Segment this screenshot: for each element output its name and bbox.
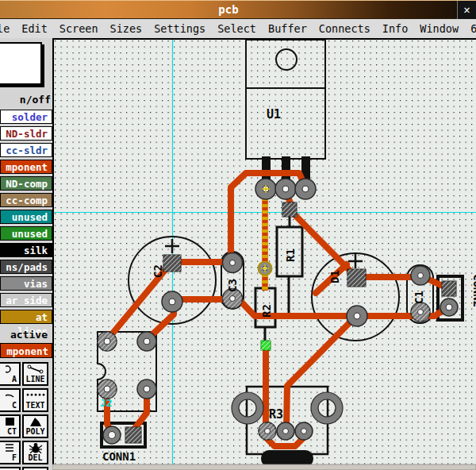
rect-icon [6,416,17,427]
title-bar: pcb ✕ [0,0,476,19]
refdes-r3: R3 [269,407,283,422]
via [259,262,272,275]
layer-button-solder[interactable]: solder [0,110,52,124]
tool-text-button[interactable]: TEXT [22,388,48,412]
arc-icon [6,390,17,401]
bug-icon [29,442,43,453]
menu-screen[interactable]: Screen [60,22,98,35]
tool-rot-button[interactable] [0,467,21,470]
layer-button-component[interactable]: mponent [0,160,52,174]
connected-found-pad [261,341,271,350]
tool-poly-button[interactable]: POLY [22,414,48,438]
refdes-c1: C1 [413,291,425,304]
layer-buttons: solder ND-sldr cc-sldr mponent ND-comp c… [0,110,52,326]
menu-edit[interactable]: Edit [21,22,48,35]
refdes-r1: R1 [284,248,297,262]
menu-bar: le Edit Screen Sizes Settings Select Buf… [0,19,476,38]
tool-rat-button[interactable] [22,467,48,470]
menu-buffer[interactable]: Buffer [268,22,307,35]
menu-info[interactable]: Info [382,22,409,35]
r1-pin1-pad [282,202,297,217]
active-layer-label: active [0,329,48,341]
pcb-canvas[interactable]: U1 R1 R2 R3 C1 C2 C3 D1 J2 CONN1 CONN2 [52,38,476,470]
tool-line-button[interactable]: LINE [22,362,48,386]
tool-palette: A LINE C TEXT [0,362,52,470]
window-bottom-edge [52,464,476,470]
active-layer-button[interactable]: mponent [0,343,52,358]
refdes-c2: C2 [152,264,164,278]
tool-via-button[interactable]: A [0,362,21,386]
layer-button-far-side[interactable]: ar side [0,293,52,307]
refdes-j2: J2 [100,397,113,409]
refdes-c3: C3 [226,279,239,292]
cursor-coordinates: 600,875 [470,22,476,35]
menu-sizes[interactable]: Sizes [110,22,143,35]
via-icon [6,364,17,375]
poly-icon [28,416,44,427]
refdes-conn1: CONN1 [102,450,136,463]
line-icon [27,364,44,375]
menu-connects[interactable]: Connects [319,22,370,35]
refdes-u1: U1 [267,107,281,121]
window-title: pcb [0,3,457,16]
layer-button-rat-lines[interactable]: at lines [0,310,52,324]
refdes-d1: D1 [328,270,341,283]
layers-onoff-label: n/off [0,94,51,106]
sidebar: n/off solder ND-sldr cc-sldr mponent ND-… [0,38,52,470]
buffer-icon [6,442,17,453]
text-icon [26,390,45,401]
tool-arc-button[interactable]: C [0,388,21,412]
layer-button-silk[interactable]: silk [0,243,52,257]
u1-pads [255,179,316,199]
refdes-r2: R2 [260,304,273,318]
tool-rect-button[interactable]: CT [0,414,21,438]
menu-window[interactable]: Window [420,22,459,35]
layer-button-vcc-comp[interactable]: cc-comp [0,193,52,207]
layer-button-unused-1[interactable]: unused [0,210,52,224]
layer-button-unused-2[interactable]: unused [0,226,52,241]
layer-button-vias[interactable]: vias [0,276,52,291]
tool-buf-button[interactable]: F [0,441,21,464]
board-preview-thumbnail[interactable] [0,42,42,85]
layer-button-gnd-sldr[interactable]: ND-sldr [0,126,52,141]
layer-button-vcc-sldr[interactable]: cc-sldr [0,143,52,157]
layer-button-gnd-comp[interactable]: ND-comp [0,176,52,191]
layer-button-pins-pads[interactable]: ns/pads [0,260,52,274]
close-button[interactable]: ✕ [457,1,476,20]
menu-settings[interactable]: Settings [154,22,205,35]
tool-del-button[interactable]: DEL [22,441,48,464]
menu-select[interactable]: Select [217,22,256,35]
menu-file[interactable]: le [0,22,10,35]
refdes-conn2: CONN2 [471,274,476,307]
